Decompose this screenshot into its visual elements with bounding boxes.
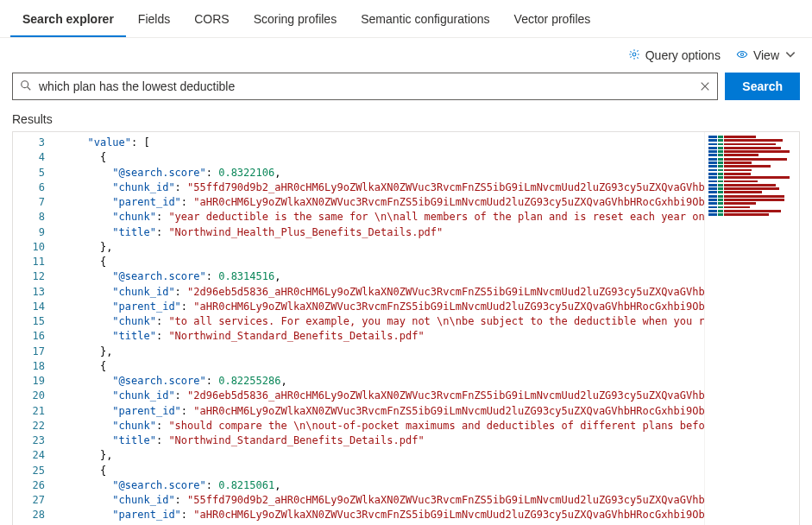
results-code[interactable]: "value": [ { "@search.score": 0.8322106,… <box>58 132 704 525</box>
tab-scoring-profiles[interactable]: Scoring profiles <box>242 2 349 37</box>
tab-search-explorer[interactable]: Search explorer <box>10 2 126 37</box>
svg-point-1 <box>740 53 743 55</box>
results-editor[interactable]: 3456789101112131415161718192021222324252… <box>12 131 800 525</box>
toolbar: Query options View <box>0 38 812 73</box>
gear-icon <box>628 48 640 63</box>
svg-point-2 <box>22 80 28 87</box>
tab-bar: Search explorer Fields CORS Scoring prof… <box>0 0 812 38</box>
chevron-down-icon <box>784 48 796 63</box>
view-label: View <box>753 48 779 62</box>
search-box[interactable] <box>12 73 718 100</box>
minimap[interactable] <box>704 132 799 525</box>
line-gutter: 3456789101112131415161718192021222324252… <box>13 132 58 525</box>
tab-vector-profiles[interactable]: Vector profiles <box>502 2 603 37</box>
view-button[interactable]: View <box>736 48 796 63</box>
svg-point-0 <box>633 53 636 56</box>
search-row: Search <box>0 73 812 109</box>
tab-cors[interactable]: CORS <box>182 2 241 37</box>
tab-fields[interactable]: Fields <box>126 2 182 37</box>
eye-icon <box>736 48 748 63</box>
tab-semantic-configurations[interactable]: Semantic configurations <box>349 2 501 37</box>
search-button[interactable]: Search <box>725 73 800 100</box>
search-icon <box>20 79 32 94</box>
query-options-label: Query options <box>645 48 721 62</box>
query-options-button[interactable]: Query options <box>628 48 721 63</box>
search-input[interactable] <box>39 79 693 93</box>
results-label: Results <box>0 109 812 131</box>
clear-search-button[interactable] <box>700 81 710 92</box>
